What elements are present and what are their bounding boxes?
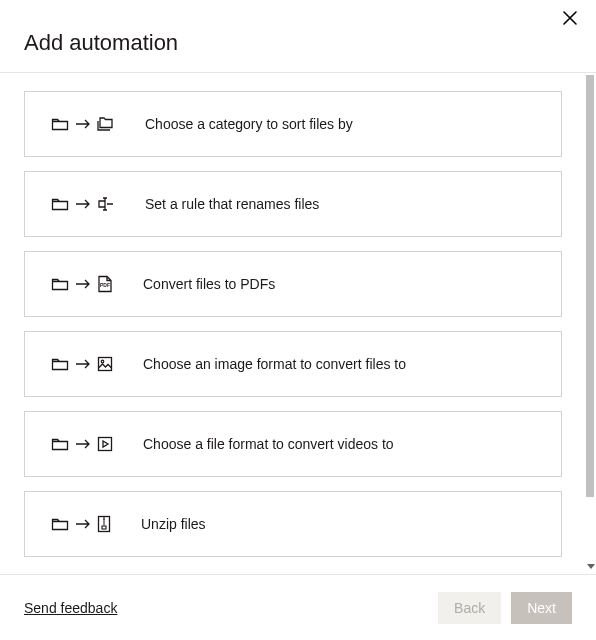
svg-rect-3 [99, 438, 112, 451]
option-label: Unzip files [141, 516, 206, 532]
option-sort-files[interactable]: Choose a category to sort files by [24, 91, 562, 157]
option-label: Choose a file format to convert videos t… [143, 436, 394, 452]
scrollbar-down-icon[interactable] [587, 564, 595, 569]
scrollbar[interactable] [586, 73, 596, 574]
modal-footer: Send feedback Back Next [0, 574, 596, 640]
option-icon-group [51, 196, 115, 212]
option-label: Choose an image format to convert files … [143, 356, 406, 372]
folder-icon [51, 276, 69, 292]
modal-header: Add automation [0, 0, 596, 73]
folder-icon [51, 116, 69, 132]
modal-title: Add automation [24, 30, 572, 56]
folder-icon [51, 356, 69, 372]
arrow-right-icon [75, 358, 91, 370]
arrow-right-icon [75, 198, 91, 210]
send-feedback-link[interactable]: Send feedback [24, 600, 117, 616]
option-unzip[interactable]: Unzip files [24, 491, 562, 557]
svg-rect-1 [99, 358, 112, 371]
option-rename-files[interactable]: Set a rule that renames files [24, 171, 562, 237]
svg-point-2 [101, 360, 104, 363]
back-button[interactable]: Back [438, 592, 501, 624]
arrow-right-icon [75, 438, 91, 450]
option-icon-group [51, 116, 115, 132]
option-label: Set a rule that renames files [145, 196, 319, 212]
option-icon-group [51, 515, 111, 533]
svg-rect-5 [102, 526, 106, 529]
arrow-right-icon [75, 118, 91, 130]
scrollbar-thumb[interactable] [586, 75, 594, 497]
close-icon [562, 10, 578, 30]
option-convert-video[interactable]: Choose a file format to convert videos t… [24, 411, 562, 477]
folder-icon [51, 516, 69, 532]
option-convert-pdf[interactable]: PDF Convert files to PDFs [24, 251, 562, 317]
options-list: Choose a category to sort files by Set a… [0, 73, 586, 574]
video-icon [97, 436, 113, 452]
option-icon-group [51, 436, 113, 452]
image-icon [97, 356, 113, 372]
next-button[interactable]: Next [511, 592, 572, 624]
zip-icon [97, 515, 111, 533]
add-automation-modal: Add automation Choose a category to sort [0, 0, 596, 640]
folder-icon [51, 196, 69, 212]
rename-icon [97, 196, 115, 212]
content-wrap: Choose a category to sort files by Set a… [0, 73, 596, 574]
arrow-right-icon [75, 518, 91, 530]
pdf-icon: PDF [97, 275, 113, 293]
option-label: Choose a category to sort files by [145, 116, 353, 132]
option-icon-group [51, 356, 113, 372]
option-label: Convert files to PDFs [143, 276, 275, 292]
arrow-right-icon [75, 278, 91, 290]
close-button[interactable] [558, 8, 582, 32]
folder-icon [51, 436, 69, 452]
option-convert-image[interactable]: Choose an image format to convert files … [24, 331, 562, 397]
folders-icon [97, 116, 115, 132]
option-icon-group: PDF [51, 275, 113, 293]
svg-text:PDF: PDF [100, 282, 110, 288]
